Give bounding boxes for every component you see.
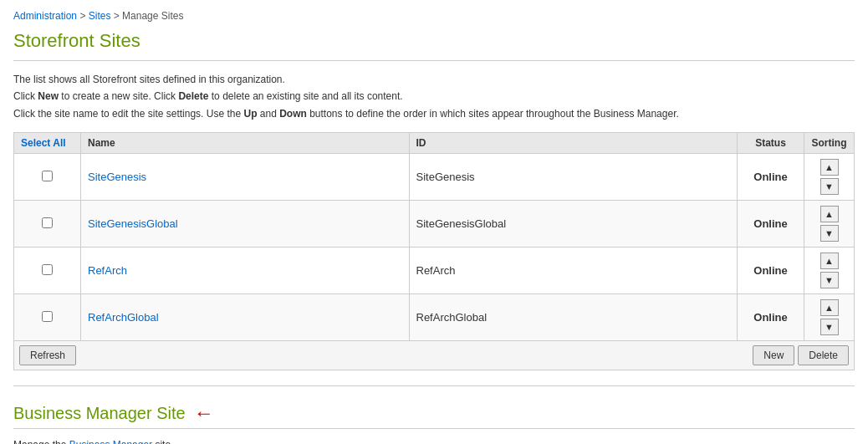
divider-3 (13, 428, 855, 429)
sorting-cell: ▲▼ (804, 201, 855, 248)
table-row: SiteGenesisGlobalSiteGenesisGlobalOnline… (14, 201, 855, 248)
table-row: RefArchRefArchOnline▲▼ (14, 248, 855, 294)
arrow-icon: ← (194, 403, 214, 423)
sort-up-button[interactable]: ▲ (820, 299, 839, 316)
row-checkbox[interactable] (42, 311, 53, 322)
section2-title-text: Business Manager Site (13, 404, 186, 423)
site-id: SiteGenesisGlobal (409, 201, 738, 248)
new-button[interactable]: New (753, 345, 794, 365)
sorting-cell: ▲▼ (804, 248, 855, 294)
table-row: SiteGenesisSiteGenesisOnline▲▼ (14, 154, 855, 201)
breadcrumb-admin-link[interactable]: Administration (13, 10, 77, 22)
info-block: The list shows all Storefront sites defi… (13, 71, 855, 122)
divider-2 (13, 385, 855, 386)
site-status: Online (738, 248, 804, 294)
action-bar: Refresh New Delete (13, 341, 855, 370)
row-checkbox[interactable] (42, 171, 53, 181)
sort-up-button[interactable]: ▲ (820, 253, 839, 269)
breadcrumb: Administration > Sites > Manage Sites (13, 10, 855, 22)
info-line2: Click New to create a new site. Click De… (13, 88, 855, 105)
page-title: Storefront Sites (13, 30, 855, 52)
info-line3: Click the site name to edit the site set… (13, 105, 855, 122)
section2-info: Manage the Business Manager site. (13, 439, 855, 444)
site-status: Online (738, 154, 804, 201)
sort-down-button[interactable]: ▼ (820, 319, 839, 335)
col-header-id: ID (409, 133, 738, 154)
info-line1: The list shows all Storefront sites defi… (13, 71, 855, 88)
select-all-link[interactable]: Select All (21, 137, 66, 149)
breadcrumb-sites-link[interactable]: Sites (89, 10, 111, 22)
sort-down-button[interactable]: ▼ (820, 178, 839, 195)
col-header-sorting: Sorting (804, 133, 855, 154)
sorting-cell: ▲▼ (804, 154, 855, 201)
sort-down-button[interactable]: ▼ (820, 272, 839, 288)
row-checkbox[interactable] (42, 217, 53, 228)
business-manager-link[interactable]: Business Manager (69, 439, 152, 444)
site-id: RefArch (409, 248, 738, 294)
sites-table: Select All Name ID Status Sorting SiteGe… (13, 132, 855, 341)
site-name-link[interactable]: RefArch (88, 264, 127, 277)
col-header-name: Name (81, 133, 410, 154)
col-header-status: Status (738, 133, 804, 154)
sort-up-button[interactable]: ▲ (820, 206, 839, 222)
table-row: RefArchGlobalRefArchGlobalOnline▲▼ (14, 294, 855, 341)
site-status: Online (738, 201, 804, 248)
row-checkbox[interactable] (42, 264, 53, 275)
breadcrumb-current: Manage Sites (122, 10, 183, 22)
site-id: SiteGenesis (409, 154, 738, 201)
site-name-link[interactable]: RefArchGlobal (88, 311, 159, 324)
sort-down-button[interactable]: ▼ (820, 225, 839, 242)
divider-1 (13, 60, 855, 61)
section2-title-container: Business Manager Site ← (13, 403, 855, 423)
right-buttons: New Delete (753, 345, 849, 365)
site-name-link[interactable]: SiteGenesis (88, 171, 146, 183)
sorting-cell: ▲▼ (804, 294, 855, 341)
sort-up-button[interactable]: ▲ (820, 159, 839, 176)
site-id: RefArchGlobal (409, 294, 738, 341)
site-status: Online (738, 294, 804, 341)
delete-button[interactable]: Delete (798, 345, 849, 365)
col-header-select: Select All (14, 133, 81, 154)
refresh-button[interactable]: Refresh (19, 345, 76, 365)
site-name-link[interactable]: SiteGenesisGlobal (88, 217, 178, 230)
